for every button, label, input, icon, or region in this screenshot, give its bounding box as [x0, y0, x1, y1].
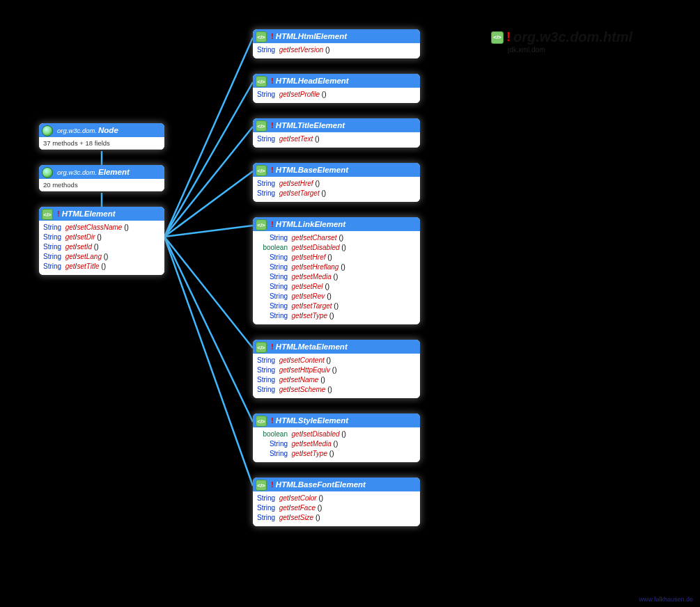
class-header: org.w3c.dom.Node — [39, 123, 164, 137]
deprecated-bang-icon: ! — [271, 342, 274, 351]
class-box-node_base[interactable]: !HTMLBaseElementString get/setHref ()Str… — [253, 163, 420, 202]
class-box-node_meta[interactable]: !HTMLMetaElementString get/setContent ()… — [253, 340, 420, 398]
getter: get — [279, 386, 289, 393]
return-type: String — [43, 242, 61, 252]
getter: get — [292, 312, 302, 320]
deprecated-bang-icon: ! — [271, 480, 274, 489]
setter: setHref — [303, 253, 325, 261]
class-header: !HTMLHeadElement — [253, 74, 420, 88]
method-row: String get/setHref () — [257, 253, 416, 262]
class-box-node_html[interactable]: !HTMLHtmlElementString get/setVersion () — [253, 29, 420, 58]
class-name: HTMLTitleElement — [276, 121, 345, 129]
method-row: boolean get/setDisabled () — [257, 243, 416, 253]
setter: setHreflang — [303, 263, 339, 271]
method-row: String get/setRel () — [257, 282, 416, 292]
svg-line-2 — [164, 38, 253, 237]
setter: setCharset — [303, 234, 336, 242]
return-type: String — [43, 232, 61, 242]
method-list: String get/setText () — [253, 132, 420, 148]
class-box-node_title[interactable]: !HTMLTitleElementString get/setText () — [253, 118, 420, 148]
paren: () — [325, 292, 331, 300]
return-type: String — [257, 494, 275, 503]
getter: get — [279, 376, 289, 384]
return-type: String — [43, 252, 61, 262]
return-type: String — [257, 134, 275, 144]
method-row: String get/setSize () — [257, 513, 416, 523]
method-row: String get/setContent () — [257, 356, 416, 365]
method-row: String get/setTarget () — [257, 189, 416, 198]
deprecated-bang-icon: ! — [271, 416, 274, 425]
paren: () — [313, 180, 320, 187]
method-row: String get/setTitle () — [43, 262, 160, 271]
getter: get — [65, 223, 75, 231]
paren: () — [340, 244, 346, 251]
paren: () — [327, 312, 334, 320]
credit-link[interactable]: www.falkhausen.de — [639, 596, 693, 603]
diagram-canvas: ! org.w3c.dom.html jdk.xml.dom org.w3c.d… — [0, 0, 700, 607]
method-row: String get/setRev () — [257, 292, 416, 301]
class-header: !HTMLMetaElement — [253, 340, 420, 354]
method-row: String get/setTarget () — [257, 301, 416, 311]
class-box-node_link[interactable]: !HTMLLinkElementString get/setCharset ()… — [253, 217, 420, 324]
class-box-node_element[interactable]: org.w3c.dom.Element20 methods — [39, 165, 164, 191]
return-type: boolean — [257, 429, 288, 439]
deprecated-bang-icon: ! — [271, 220, 274, 228]
setter: setTitle — [77, 262, 99, 270]
method-list: String get/setVersion () — [253, 43, 420, 58]
getter: get — [279, 180, 289, 187]
method-row: String get/setLang () — [43, 252, 160, 262]
deprecated-bang-icon: ! — [506, 30, 511, 45]
paren: () — [316, 504, 322, 512]
class-name: Node — [98, 126, 118, 134]
class-name: HTMLStyleElement — [276, 416, 348, 425]
package-prefix: org.w3c.dom. — [57, 127, 97, 134]
class-box-node_style[interactable]: !HTMLStyleElementboolean get/setDisabled… — [253, 413, 420, 462]
getter: get — [279, 514, 289, 521]
class-summary: 37 methods + 18 fields — [39, 137, 164, 150]
setter: setHref — [290, 180, 313, 187]
tag-icon — [256, 416, 267, 427]
class-summary: 20 methods — [39, 179, 164, 191]
tag-icon — [256, 76, 267, 87]
class-header: !HTMLTitleElement — [253, 118, 420, 132]
getter: get — [65, 233, 75, 241]
method-row: String get/setHttpEquiv () — [257, 365, 416, 375]
return-type: String — [257, 503, 275, 513]
paren: () — [102, 253, 108, 260]
return-type: String — [257, 439, 288, 449]
paren: () — [122, 223, 128, 231]
method-list: String get/setProfile () — [253, 88, 420, 103]
paren: () — [337, 234, 343, 242]
class-name: HTMLMetaElement — [276, 342, 348, 351]
class-header: !HTMLHtmlElement — [253, 29, 420, 43]
setter: setDir — [77, 233, 95, 241]
class-name: HTMLBaseElement — [276, 166, 348, 174]
class-box-node_node[interactable]: org.w3c.dom.Node37 methods + 18 fields — [39, 123, 164, 150]
method-row: boolean get/setDisabled () — [257, 429, 416, 439]
paren: () — [332, 302, 339, 310]
deprecated-bang-icon: ! — [271, 121, 274, 129]
return-type: String — [257, 292, 288, 301]
getter: get — [279, 504, 289, 512]
paren: () — [95, 233, 102, 241]
setter: setHttpEquiv — [290, 366, 330, 374]
return-type: String — [257, 233, 288, 243]
paren: () — [320, 189, 326, 197]
class-box-node_basefont[interactable]: !HTMLBaseFontElementString get/setColor … — [253, 478, 420, 526]
getter: get — [279, 135, 289, 143]
setter: setMedia — [303, 273, 332, 281]
tag-icon — [42, 209, 53, 220]
method-row: String get/setId () — [43, 242, 160, 252]
class-box-node_htmlelement[interactable]: !HTMLElementString get/setClassName ()St… — [39, 207, 164, 275]
getter: get — [292, 292, 302, 300]
setter: setName — [290, 376, 318, 384]
return-type: String — [257, 301, 288, 311]
paren: () — [323, 46, 329, 54]
getter: get — [65, 262, 75, 270]
return-type: String — [257, 253, 288, 262]
getter: get — [292, 273, 302, 281]
class-header: !HTMLBaseFontElement — [253, 478, 420, 491]
return-type: String — [43, 223, 61, 232]
method-list: String get/setCharset ()boolean get/setD… — [253, 231, 420, 324]
class-box-node_head[interactable]: !HTMLHeadElementString get/setProfile () — [253, 74, 420, 103]
